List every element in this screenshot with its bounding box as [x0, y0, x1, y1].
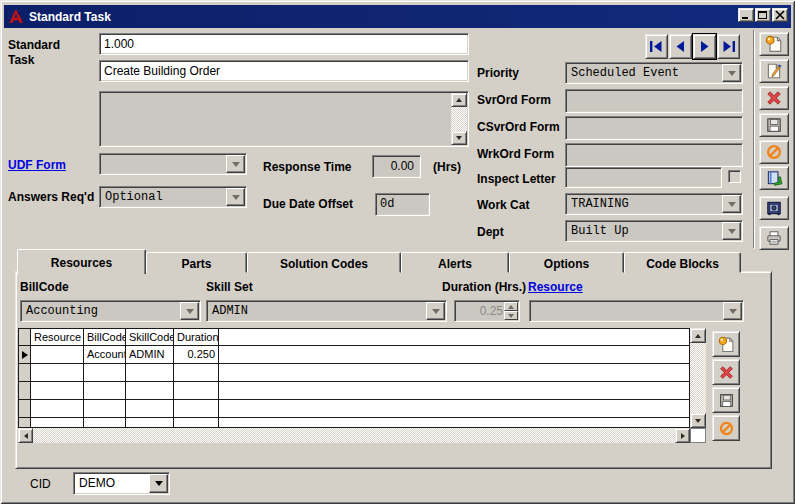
answers-reqd-combo[interactable]: Optional — [99, 186, 247, 208]
inspect-letter-field[interactable] — [565, 167, 722, 188]
grid-cell[interactable] — [84, 418, 126, 428]
priority-combo[interactable]: Scheduled Event — [565, 62, 743, 84]
task-name-field[interactable]: Create Building Order — [99, 60, 469, 82]
scroll-track[interactable] — [33, 428, 675, 443]
grid-cell[interactable] — [126, 382, 174, 399]
save-icon[interactable] — [759, 113, 789, 137]
grid-col-resource[interactable]: Resource — [31, 329, 84, 345]
chevron-down-icon[interactable] — [426, 302, 445, 320]
chevron-down-icon[interactable] — [149, 474, 168, 493]
task-number-field[interactable]: 1.000 — [99, 33, 469, 55]
previous-record-icon[interactable] — [669, 34, 692, 59]
save-row-icon[interactable] — [712, 387, 740, 413]
grid-cell[interactable] — [84, 382, 126, 399]
new-row-icon[interactable] — [712, 331, 740, 357]
grid-cell[interactable] — [31, 382, 84, 399]
skillset-combo[interactable]: ADMIN — [206, 300, 447, 322]
chevron-down-icon[interactable] — [180, 302, 199, 320]
grid-cell[interactable] — [31, 400, 84, 417]
response-time-field[interactable]: 0.00 — [372, 155, 421, 178]
grid-row[interactable] — [19, 382, 689, 400]
grid-hscrollbar[interactable] — [18, 428, 690, 443]
grid-cell[interactable] — [31, 346, 84, 363]
spin-down-icon[interactable] — [504, 311, 518, 320]
row-selector[interactable] — [19, 418, 31, 428]
tab-code-blocks[interactable]: Code Blocks — [624, 252, 741, 273]
cid-combo[interactable]: DEMO — [73, 472, 170, 495]
grid-cell[interactable] — [174, 364, 219, 381]
last-record-icon[interactable] — [717, 34, 740, 59]
tab-alerts[interactable]: Alerts — [401, 252, 509, 273]
row-selector[interactable] — [19, 382, 31, 399]
description-field[interactable] — [99, 91, 469, 147]
minimize-icon[interactable] — [738, 8, 754, 22]
grid-row[interactable] — [19, 418, 689, 428]
inspect-letter-checkbox[interactable] — [728, 170, 741, 183]
maximize-icon[interactable] — [755, 8, 771, 22]
grid-cell[interactable] — [126, 418, 174, 428]
edit-icon[interactable] — [759, 59, 789, 83]
grid-cell[interactable]: ADMIN — [126, 346, 174, 363]
udf-form-link[interactable]: UDF Form — [8, 158, 66, 172]
tab-parts[interactable]: Parts — [146, 252, 247, 273]
grid-row[interactable]: AccountingADMIN0.250 — [19, 346, 689, 364]
grid-cell[interactable]: 0.250 — [174, 346, 219, 363]
grid-vscrollbar[interactable] — [690, 328, 706, 428]
work-cat-combo[interactable]: TRAINING — [565, 193, 743, 215]
grid-cell[interactable] — [84, 400, 126, 417]
scroll-right-icon[interactable] — [675, 428, 690, 443]
new-record-icon[interactable] — [759, 32, 789, 56]
chevron-down-icon[interactable] — [723, 302, 742, 320]
safe-icon[interactable] — [759, 196, 789, 220]
tab-options[interactable]: Options — [509, 252, 624, 273]
scroll-track[interactable] — [451, 107, 467, 131]
description-scrollbar[interactable] — [451, 93, 467, 145]
resources-grid[interactable]: ResourceBillCodeSkillCodeDuration Accoun… — [18, 328, 690, 428]
grid-col-billcode[interactable]: BillCode — [84, 329, 126, 345]
delete-row-icon[interactable] — [712, 359, 740, 385]
grid-cell[interactable] — [174, 400, 219, 417]
cancel-row-icon[interactable] — [712, 415, 740, 441]
close-icon[interactable] — [772, 8, 788, 22]
spin-up-icon[interactable] — [504, 302, 518, 311]
duration-stepper[interactable]: 0.25 — [454, 300, 520, 322]
print-icon[interactable] — [759, 226, 789, 250]
first-record-icon[interactable] — [645, 34, 668, 59]
chevron-down-icon[interactable] — [722, 195, 741, 213]
grid-cell[interactable] — [31, 418, 84, 428]
scroll-down-icon[interactable] — [690, 413, 706, 428]
row-selector[interactable] — [19, 364, 31, 381]
due-date-offset-field[interactable]: 0d — [375, 193, 430, 216]
grid-col-skillcode[interactable]: SkillCode — [126, 329, 174, 345]
grid-cell[interactable] — [84, 364, 126, 381]
post-icon[interactable] — [759, 166, 789, 190]
billcode-combo[interactable]: Accounting — [20, 300, 201, 322]
delete-icon[interactable] — [759, 86, 789, 110]
scroll-left-icon[interactable] — [18, 428, 33, 443]
grid-cell[interactable] — [31, 364, 84, 381]
grid-col-duration[interactable]: Duration — [174, 329, 219, 345]
chevron-down-icon[interactable] — [722, 64, 741, 82]
grid-cell[interactable]: Accounting — [84, 346, 126, 363]
tab-resources[interactable]: Resources — [17, 249, 146, 274]
wrkord-form-field[interactable] — [565, 143, 743, 167]
resource-link[interactable]: Resource — [528, 280, 583, 294]
dept-combo[interactable]: Built Up — [565, 220, 743, 242]
grid-cell[interactable] — [174, 418, 219, 428]
svrord-form-field[interactable] — [565, 89, 743, 113]
next-record-icon[interactable] — [693, 34, 716, 59]
grid-cell[interactable] — [126, 364, 174, 381]
resource-combo[interactable] — [529, 300, 744, 322]
grid-cell[interactable] — [174, 382, 219, 399]
chevron-down-icon[interactable] — [722, 222, 741, 240]
scroll-track[interactable] — [690, 343, 706, 413]
scroll-up-icon[interactable] — [451, 93, 467, 107]
title-bar[interactable]: Standard Task — [4, 5, 791, 28]
udf-form-combo[interactable] — [99, 153, 247, 175]
scroll-up-icon[interactable] — [690, 328, 706, 343]
row-selector[interactable] — [19, 400, 31, 417]
grid-row[interactable] — [19, 400, 689, 418]
scroll-down-icon[interactable] — [451, 131, 467, 145]
grid-cell[interactable] — [126, 400, 174, 417]
chevron-down-icon[interactable] — [226, 155, 245, 173]
